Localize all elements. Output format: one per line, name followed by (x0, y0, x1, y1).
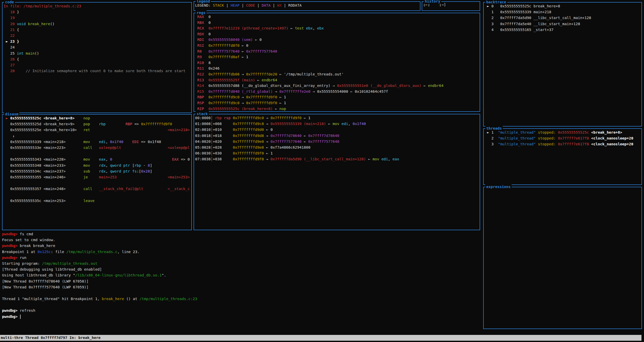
disasm-row (4, 192, 190, 198)
panel-regs: regs RAX 0 RBX 0 RCX 0x7ffff7e11219 (pth… (194, 13, 480, 112)
code-line: ► 23 } (4, 39, 190, 44)
code-line: 25 int main() (4, 51, 190, 56)
terminal-line: pwndbg> refresh (2, 308, 481, 314)
disasm-row: 0x555555555343 <main+228> mov eax, 0EAX … (4, 157, 190, 162)
register-row: R8 0x7ffff7577640 ← 0x7ffff7577640 (195, 49, 479, 54)
register-row: RCX 0x7ffff7e11219 (pthread_create+1497)… (195, 25, 479, 31)
pwndbg-screen: code In file: /tmp/multiple_threads.c:23… (0, 0, 644, 342)
register-row: RBX 0 (195, 20, 479, 26)
terminal-line: [Thread debugging using libthread_db ena… (2, 267, 481, 272)
disasm-row: 0x555555555357 <main+248> call __stack_c… (4, 186, 190, 192)
threads-list: ► 1 "multiple_thread" stopped: 0x5555555… (484, 129, 641, 184)
backtrace-frame: 3 0x7ffff7da5e40 __libc_start_main+128 (485, 21, 640, 27)
register-row: RBP 0x7fffffffd9c0 → 0x7fffffffd9f0 ← 1 (195, 94, 479, 100)
panel-history: history [←] [→] (422, 1, 480, 11)
backtrace-frame: 2 0x7ffff7da5d90 __libc_start_call_main+… (485, 15, 640, 21)
expressions-list (484, 187, 641, 329)
panel-threads: threads ► 1 "multiple_thread" stopped: 0… (483, 128, 642, 185)
panel-stack: stack 00:0000│ rbp rsp 0x7fffffffd9c0 → … (194, 114, 480, 230)
code-line: 22 (4, 33, 190, 39)
stack-list: 00:0000│ rbp rsp 0x7fffffffd9c0 → 0x7fff… (194, 114, 480, 230)
stack-row: 01:0008│+008 0x7fffffffd9c8 → 0x55555555… (195, 121, 479, 127)
registers-list: RAX 0 RBX 0 RCX 0x7ffff7e11219 (pthread_… (194, 13, 480, 111)
stack-row: 05:0028│+028 0x7fffffffd9e8 ← 0xf7a4866c… (195, 145, 479, 150)
disasm-row: 0x555555555348 <main+233> mov rdx, qword… (4, 163, 190, 168)
disasm-row: 0x55555555533e <main+223> call usleep@pl… (4, 145, 190, 151)
register-row: RSI 0x7fffffffd8f0 ← 0 (195, 43, 479, 49)
register-row: RDI 0x555555558040 (sem) ← 0 (195, 37, 479, 43)
register-row: R9 0x7fffffffd8af ← 1 (195, 54, 479, 60)
disasm-row: ↓ (4, 133, 190, 139)
terminal-line: Breakpoint 1 at 0x125c: file /tmp/multip… (2, 249, 481, 255)
terminal-line: [New Thread 0x7ffff7577640 (LWP 67059)] (2, 284, 481, 290)
code-line: 20 void break_here() (4, 21, 190, 27)
disasm-listing: ► 0x55555555525c <break_here+8> nop 0x55… (3, 115, 191, 230)
terminal-line: pwndbg> break break_here (2, 243, 481, 249)
panel-expressions: expressions (483, 187, 642, 329)
stack-row: 03:0018│+018 0x7fffffffd9d8 → 0x7ffff7d7… (195, 133, 479, 139)
code-line: 18 } (4, 9, 190, 15)
thread-row: ► 1 "multiple_thread" stopped: 0x5555555… (485, 130, 640, 135)
stack-row: 04:0020│+020 0x7fffffffd9e0 → 0x7ffff757… (195, 139, 479, 145)
disasm-row: 0x55555555534c <main+237> sub rdx, qword… (4, 168, 190, 174)
panel-history-title: history (424, 0, 441, 4)
legend-row: LEGEND: STACK | HEAP | CODE | DATA | WX … (194, 2, 420, 10)
backtrace-frame: 1 0x555555555339 main+218 (485, 9, 640, 15)
code-line: 21 { (4, 27, 190, 33)
disasm-row: 0x55555555525e <break_here+10> ret<main+… (4, 127, 190, 133)
code-line: 24 (4, 44, 190, 50)
register-row: RSP 0x7fffffffd9c0 → 0x7fffffffd9f0 ← 1 (195, 100, 479, 106)
register-row: R11 0x246 (195, 66, 479, 71)
register-row: RAX 0 (195, 14, 479, 20)
terminal-line (2, 302, 481, 308)
register-row: R12 0x7fffffffdb08 → 0x7fffffffde20 ← '/… (195, 71, 479, 77)
disasm-row: 0x55555555535c <main+253> leave (4, 198, 190, 204)
terminal-line (2, 290, 481, 296)
code-line: 19 (4, 15, 190, 21)
terminal-line: pwndbg> run (2, 255, 481, 261)
code-line: 26 { (4, 56, 190, 62)
command-terminal[interactable]: pwndbg> fs cmdFocus set to cmd window.pw… (2, 231, 481, 333)
register-row: R10 8 (195, 60, 479, 66)
stack-row: 00:0000│ rbp rsp 0x7fffffffd9c0 → 0x7fff… (195, 115, 479, 121)
code-line: 27 (4, 62, 190, 68)
terminal-line: [New Thread 0x7ffff7d78640 (LWP 67058)] (2, 278, 481, 284)
code-line: 28 // Initialize semaphore with count 0 … (4, 68, 190, 74)
code-line: In file: /tmp/multiple_threads.c:23 (4, 3, 190, 9)
panel-disasm: disasm ► 0x55555555525c <break_here+8> n… (2, 114, 192, 230)
panel-code: code In file: /tmp/multiple_threads.c:23… (2, 2, 192, 113)
status-bar: multi-thre Thread 0x7ffff7d797 In: break… (0, 335, 641, 341)
terminal-line: Thread 1 "multiple_thread" hit Breakpoin… (2, 296, 481, 302)
disasm-row (4, 151, 190, 157)
backtrace-frame: 4 0x555555555165 _start+37 (485, 27, 640, 33)
thread-row: 3 "multiple_thread" stopped: 0x7ffff7e61… (485, 141, 640, 147)
terminal-line: Focus set to cmd window. (2, 237, 481, 243)
legend-line: LEGEND: STACK | HEAP | CODE | DATA | WX … (195, 3, 419, 8)
disasm-row: 0x55555555525d <break_here+9> pop rbp RB… (4, 121, 190, 127)
backtrace-list: ► 0 0x55555555525c break_here+8 1 0x5555… (484, 3, 641, 126)
disasm-row (4, 180, 190, 186)
register-row: R14 0x555555557d88 (__do_global_dtors_au… (195, 83, 479, 89)
thread-row: 2 "multiple_thread" stopped: 0x7ffff7e61… (485, 135, 640, 141)
panel-backtrace: backtrace ► 0 0x55555555525c break_here+… (483, 2, 642, 127)
code-source: In file: /tmp/multiple_threads.c:23 18 }… (3, 3, 191, 113)
stack-row: 07:0038│+038 0x7fffffffd9f8 → 0x7ffff7da… (195, 156, 479, 162)
disasm-row: 0x555555555355 <main+246> je main+253<ma… (4, 174, 190, 180)
disasm-row: 0x555555555339 <main+218> mov edi, 0x1f4… (4, 139, 190, 145)
status-context: multi-thre Thread 0x7ffff7d797 In: break… (1, 335, 101, 341)
backtrace-frame: ► 0 0x55555555525c break_here+8 (485, 3, 640, 9)
terminal-line: pwndbg> (2, 314, 481, 320)
terminal-line: Using host libthread_db library "/lib/x8… (2, 272, 481, 278)
panel-expressions-title: expressions (485, 184, 512, 189)
register-row: R15 0x7ffff7ffd040 (_rtld_global) → 0x7f… (195, 89, 479, 95)
terminal-line: pwndbg> fs cmd (2, 231, 481, 237)
stack-row: 06:0030│+030 0x7fffffffd9f0 ← 1 (195, 150, 479, 156)
register-row: RIP 0x55555555525c (break_here+8) ← nop (195, 106, 479, 112)
register-row: RDX 0 (195, 31, 479, 37)
stack-row: 02:0010│+010 0x7fffffffd9d0 ← 0 (195, 127, 479, 133)
terminal-line: Starting program: /tmp/multiple_threads.… (2, 261, 481, 267)
disasm-row: ► 0x55555555525c <break_here+8> nop (4, 115, 190, 121)
register-row: R13 0x55555555525f (main) ← endbr64 (195, 77, 479, 83)
panel-legend: legend LEGEND: STACK | HEAP | CODE | DAT… (194, 1, 420, 11)
